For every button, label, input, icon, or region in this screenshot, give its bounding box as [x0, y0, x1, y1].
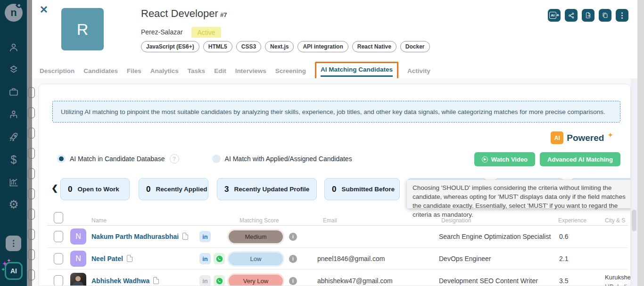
ai-powered-label: Powered: [567, 133, 604, 143]
close-icon: ✕: [40, 4, 48, 16]
linkedin-icon[interactable]: in: [199, 253, 211, 264]
sidebar-item-settings[interactable]: ⚙: [8, 198, 20, 211]
watch-video-button[interactable]: ▶ Watch Video: [474, 152, 535, 166]
candidate-name-link[interactable]: Abhishek Wadhwa: [91, 277, 159, 285]
skill-tag: JavaScript (ES6+): [141, 41, 199, 52]
tooltip-text: Choosing 'SHOULD' implies considering th…: [413, 184, 626, 218]
candidate-designation: Search Engine Optimization Specialist: [439, 233, 551, 240]
select-all-checkbox[interactable]: [54, 212, 63, 223]
row-checkbox[interactable]: [54, 253, 63, 264]
sidebar-item-reports[interactable]: [8, 176, 20, 188]
radio-candidate-database[interactable]: [57, 155, 66, 163]
job-title: React Developer: [141, 8, 218, 20]
candidate-name-link[interactable]: Neel Patel: [91, 255, 132, 262]
tab-ai-matching-candidates[interactable]: AI Matching Candidates: [315, 62, 398, 80]
kebab-menu-icon: ⋮: [619, 11, 626, 20]
sidebar-ai-assistant-button[interactable]: AI ✦ ✦ ✦: [5, 262, 23, 280]
ai-assistant-label: AI: [10, 267, 17, 275]
sidebar-more-button[interactable]: ⋮: [6, 236, 21, 251]
filter-count: 0: [332, 185, 336, 194]
filter-label: Submitted Before: [341, 186, 395, 193]
candidate-photo-avatar: [70, 273, 86, 286]
kebab-menu-icon: ⋮: [9, 238, 17, 248]
row-checkbox[interactable]: [54, 231, 63, 242]
sidebar-item-candidates[interactable]: [8, 41, 20, 54]
linkedin-icon-disabled: in: [199, 275, 211, 286]
candidate-city: Kurukshetra, HR, India: [605, 273, 631, 286]
sidebar-item-billing[interactable]: $: [8, 154, 20, 166]
dimmed-page-left-strip: [27, 0, 32, 286]
info-icon[interactable]: i: [289, 255, 297, 263]
candidate-avatar: N: [70, 229, 86, 245]
sidebar-item-clients[interactable]: [8, 108, 20, 121]
share-button[interactable]: [565, 9, 578, 22]
share-icon: [568, 12, 575, 19]
client-person-icon: [8, 109, 19, 120]
row-checkbox[interactable]: [54, 275, 63, 286]
filters-scroll-left-button[interactable]: ❮: [51, 183, 58, 193]
skill-tag: HTML5: [203, 41, 232, 52]
ai-powered-badge: AI Powered ✦: [551, 131, 613, 144]
candidate-email: abhishekw47@gmail.com: [317, 277, 393, 285]
scrollbar-thumb[interactable]: [632, 210, 636, 231]
copy-button[interactable]: [599, 9, 611, 22]
vertical-scrollbar[interactable]: [631, 78, 637, 286]
export-file-button[interactable]: [582, 9, 594, 22]
resume-icon[interactable]: [127, 255, 132, 262]
file-export-icon: [585, 12, 592, 19]
dimmed-page-right-strip: [637, 0, 644, 286]
skill-tag: Docker: [400, 41, 430, 52]
candidate-email: pneel1846@gmail.com: [317, 255, 385, 262]
tab-activity[interactable]: Activity: [407, 67, 430, 74]
candidate-designation: DevOps Engineer: [439, 255, 491, 262]
sidebar-item-pipelines[interactable]: [8, 64, 20, 76]
tab-candidates[interactable]: Candidates: [83, 67, 118, 74]
ai-generate-button[interactable]: AI ✦: [548, 9, 561, 22]
linkedin-icon[interactable]: in: [199, 231, 211, 242]
job-avatar-letter: R: [77, 20, 89, 39]
column-header-email: Email: [323, 217, 337, 224]
filter-open-to-work[interactable]: 0 Open to Work: [60, 178, 130, 200]
tab-files[interactable]: Files: [127, 67, 141, 74]
tab-interviews[interactable]: Interviews: [235, 67, 266, 74]
resume-icon[interactable]: [182, 233, 188, 240]
close-drawer-button[interactable]: ✕: [38, 4, 50, 16]
sidebar-item-campaigns[interactable]: [8, 131, 20, 143]
radio-candidate-database-label: AI Match in Candidate Database: [70, 155, 165, 163]
tab-analytics[interactable]: Analytics: [150, 67, 179, 74]
candidate-experience: 0.6: [559, 233, 568, 240]
filter-recently-applied[interactable]: 0 Recently Applied: [139, 178, 208, 200]
help-icon[interactable]: ?: [170, 154, 179, 163]
whatsapp-icon[interactable]: [214, 253, 225, 264]
whatsapp-icon[interactable]: [214, 275, 225, 286]
tab-tasks[interactable]: Tasks: [188, 67, 205, 74]
info-icon[interactable]: i: [289, 233, 297, 241]
filter-recently-updated-profile[interactable]: 3 Recently Updated Profile: [217, 178, 317, 200]
more-actions-button[interactable]: ⋮: [616, 9, 628, 22]
sparkle-icon: ✦: [607, 131, 613, 139]
chevron-left-icon: ❮: [51, 184, 58, 193]
advanced-ai-matching-button[interactable]: Advanced AI Matching: [540, 152, 620, 166]
tab-screening[interactable]: Screening: [275, 67, 306, 74]
tab-edit[interactable]: Edit: [214, 67, 226, 74]
filter-count: 3: [224, 185, 229, 194]
rocket-icon: [8, 131, 19, 143]
filter-label: Recently Updated Profile: [234, 186, 309, 193]
column-header-city-state: City & S: [605, 217, 625, 224]
candidate-name-link[interactable]: Nakum Parth Madhurasbhai: [91, 233, 188, 240]
radio-applied-candidates[interactable]: [212, 155, 221, 163]
candidate-experience: 2.1: [559, 255, 568, 262]
status-badge: Active: [191, 27, 221, 38]
ai-chip-icon: AI: [551, 131, 563, 144]
filter-submitted-before[interactable]: 0 Submitted Before: [324, 178, 400, 200]
candidate-avatar: N: [70, 251, 86, 267]
tab-description[interactable]: Description: [40, 67, 74, 74]
app-logo[interactable]: n: [5, 4, 23, 22]
info-icon[interactable]: i: [289, 277, 297, 285]
sidebar-item-jobs[interactable]: [8, 86, 20, 98]
job-tabs: Description Candidates Files Analytics T…: [40, 62, 430, 79]
sparkle-icon: ✦: [556, 13, 560, 17]
sparkle-icon: ✦: [1, 267, 5, 272]
row-divider: [47, 269, 628, 270]
resume-icon[interactable]: [153, 277, 159, 284]
